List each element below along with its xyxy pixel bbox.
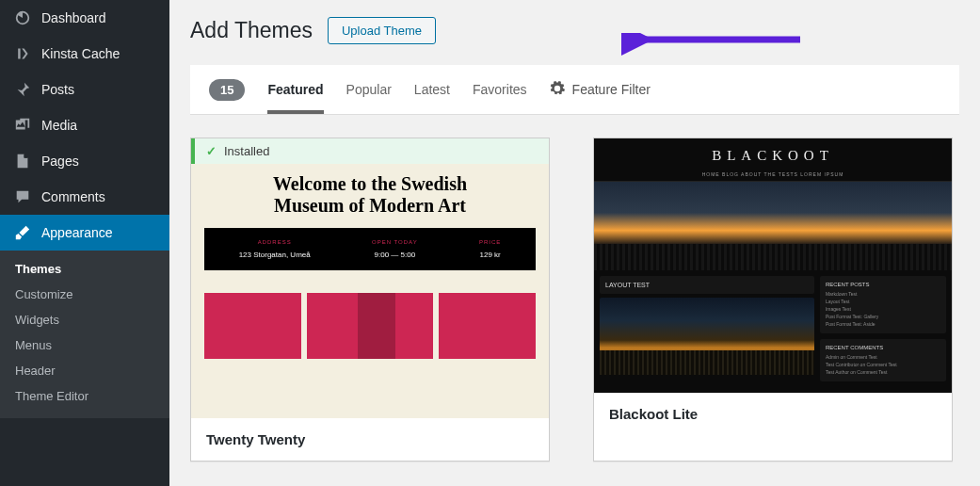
submenu-item-menus[interactable]: Menus	[0, 332, 169, 358]
submenu-item-customize[interactable]: Customize	[0, 282, 169, 307]
menu-label: Dashboard	[41, 10, 106, 25]
menu-label: Kinsta Cache	[41, 46, 120, 61]
menu-item-appearance[interactable]: Appearance	[0, 215, 169, 251]
theme-grid: ✓ Installed Welcome to the Swedish Museu…	[190, 138, 959, 462]
pin-icon	[13, 80, 32, 99]
comment-icon	[13, 187, 32, 206]
content-area: Add Themes Upload Theme 15 Featured Popu…	[169, 0, 980, 486]
admin-menu: Dashboard Kinsta Cache Posts Media Pages	[0, 0, 169, 251]
theme-card-twenty-twenty[interactable]: ✓ Installed Welcome to the Swedish Museu…	[190, 138, 550, 462]
menu-label: Comments	[41, 189, 105, 204]
upload-theme-button[interactable]: Upload Theme	[328, 17, 436, 44]
theme-name: Blackoot Lite	[594, 393, 952, 435]
menu-item-media[interactable]: Media	[0, 107, 169, 143]
gear-icon	[550, 81, 565, 99]
preview-layout-test: LAYOUT TEST	[600, 276, 814, 294]
menu-item-pages[interactable]: Pages	[0, 143, 169, 179]
page-header: Add Themes Upload Theme	[190, 17, 959, 44]
submenu-item-header[interactable]: Header	[0, 358, 169, 383]
tab-favorites[interactable]: Favorites	[473, 76, 527, 103]
menu-item-posts[interactable]: Posts	[0, 72, 169, 107]
theme-preview: Welcome to the Swedish Museum of Modern …	[191, 164, 549, 418]
brush-icon	[13, 223, 32, 242]
theme-filter-bar: 15 Featured Popular Latest Favorites Fea…	[190, 65, 959, 115]
page-title: Add Themes	[190, 18, 313, 43]
media-icon	[13, 116, 32, 135]
menu-item-kinsta-cache[interactable]: Kinsta Cache	[0, 36, 169, 72]
check-icon: ✓	[206, 144, 217, 158]
admin-sidebar: Dashboard Kinsta Cache Posts Media Pages	[0, 0, 169, 486]
submenu-item-theme-editor[interactable]: Theme Editor	[0, 383, 169, 409]
preview-brand: BLACKOOT	[594, 148, 952, 164]
menu-label: Media	[41, 118, 77, 133]
menu-item-dashboard[interactable]: Dashboard	[0, 0, 169, 36]
menu-label: Pages	[41, 154, 79, 169]
appearance-submenu: Themes Customize Widgets Menus Header Th…	[0, 251, 169, 418]
tab-featured[interactable]: Featured	[267, 76, 323, 114]
theme-card-blackoot-lite[interactable]: BLACKOOT HOME BLOG ABOUT THE TESTS LOREM…	[593, 138, 953, 462]
dashboard-icon	[13, 8, 32, 27]
preview-hero-line2: Museum of Modern Art	[274, 195, 466, 216]
feature-filter-button[interactable]: Feature Filter	[550, 81, 651, 99]
theme-count-badge: 15	[209, 79, 245, 101]
tab-popular[interactable]: Popular	[346, 76, 392, 103]
submenu-item-themes[interactable]: Themes	[0, 256, 169, 282]
installed-label: Installed	[224, 144, 269, 158]
preview-nav: HOME BLOG ABOUT THE TESTS LOREM IPSUM	[594, 168, 952, 182]
filter-tabs: Featured Popular Latest Favorites	[267, 76, 526, 103]
menu-item-comments[interactable]: Comments	[0, 179, 169, 215]
kinsta-icon	[13, 44, 32, 63]
submenu-item-widgets[interactable]: Widgets	[0, 307, 169, 332]
tab-latest[interactable]: Latest	[414, 76, 450, 103]
preview-hero-line1: Welcome to the Swedish	[273, 173, 467, 194]
menu-label: Appearance	[41, 225, 113, 240]
page-icon	[13, 152, 32, 170]
feature-filter-label: Feature Filter	[572, 82, 651, 97]
theme-preview: BLACKOOT HOME BLOG ABOUT THE TESTS LOREM…	[594, 138, 952, 393]
menu-label: Posts	[41, 82, 74, 97]
theme-name: Twenty Twenty	[191, 418, 549, 461]
installed-banner: ✓ Installed	[191, 138, 549, 164]
